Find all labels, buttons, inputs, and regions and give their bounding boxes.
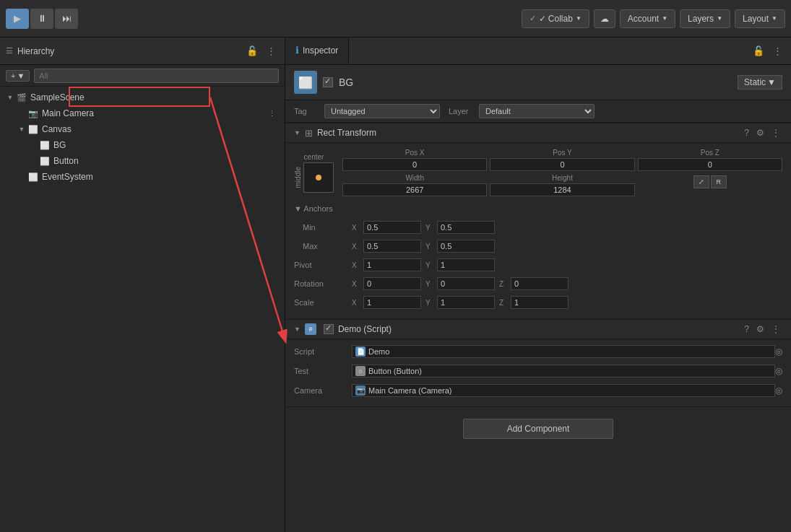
samplescene-label: SampleScene xyxy=(30,92,85,103)
hierarchy-content: ▼ 🎬 SampleScene 📷 Main Camera ⋮ ▼ ⬜ Canv… xyxy=(0,87,285,532)
hierarchy-menu-icon: ☰ xyxy=(6,46,13,56)
rotation-label: Rotation xyxy=(294,279,352,288)
scale-x-input[interactable] xyxy=(363,296,421,309)
rt-expand-button[interactable]: ⤢ xyxy=(693,175,709,188)
min-y-axis: Y xyxy=(425,224,436,232)
camera-target-button[interactable]: ◎ xyxy=(775,385,782,396)
min-y-input[interactable] xyxy=(437,221,495,234)
hierarchy-item-eventsystem[interactable]: ⬜ EventSystem xyxy=(12,169,285,185)
scale-z-input[interactable] xyxy=(511,296,569,309)
toolbar-right: ✓ ✓ Collab ▼ ☁ Account ▼ Layers ▼ Layout… xyxy=(522,9,785,28)
demo-script-help-button[interactable]: ? xyxy=(742,324,751,334)
script-field-row: Script 📄 Demo ◎ xyxy=(294,344,782,359)
min-x-input[interactable] xyxy=(363,221,421,234)
max-y-input[interactable] xyxy=(437,240,495,253)
test-value-text: Button (Button) xyxy=(368,367,422,375)
rotation-z-group: Z xyxy=(499,277,569,290)
scale-label: Scale xyxy=(294,298,352,307)
demo-script-settings-button[interactable]: ⚙ xyxy=(754,324,766,334)
min-values: X Y xyxy=(352,221,782,234)
pos-y-input[interactable] xyxy=(490,158,634,171)
pos-z-col: Pos Z xyxy=(638,149,782,171)
pivot-y-axis: Y xyxy=(425,261,436,269)
rotation-x-input[interactable] xyxy=(363,277,421,290)
static-button[interactable]: Static ▼ xyxy=(738,75,782,90)
hierarchy-item-canvas[interactable]: ▼ ⬜ Canvas xyxy=(12,121,285,137)
play-button[interactable]: ▶ xyxy=(6,9,29,29)
scale-x-group: X xyxy=(352,296,421,309)
pause-button[interactable]: ⏸ xyxy=(30,9,53,29)
maincamera-icon: 📷 xyxy=(27,108,39,119)
pos-x-input[interactable] xyxy=(342,158,487,171)
width-label: Width xyxy=(405,174,424,182)
test-icon: ○ xyxy=(355,366,366,376)
rect-transform-more-button[interactable]: ⋮ xyxy=(769,128,782,138)
demo-script-more-button[interactable]: ⋮ xyxy=(769,324,782,334)
inspector-more-button[interactable]: ⋮ xyxy=(770,44,785,58)
demo-script-actions: ? ⚙ ⋮ xyxy=(742,324,782,334)
demo-script-arrow-icon[interactable]: ▼ xyxy=(294,326,301,333)
object-active-checkbox[interactable] xyxy=(323,77,333,87)
pivot-y-input[interactable] xyxy=(437,258,495,271)
playback-controls: ▶ ⏸ ⏭ xyxy=(6,9,78,29)
width-input[interactable] xyxy=(342,183,487,196)
scale-z-group: Z xyxy=(499,296,569,309)
max-row: Max X Y xyxy=(294,238,782,254)
maincamera-options-button[interactable]: ⋮ xyxy=(265,108,279,120)
min-x-axis: X xyxy=(352,224,362,232)
pos-z-label: Pos Z xyxy=(701,149,719,157)
rotation-x-group: X xyxy=(352,277,421,290)
rect-transform-settings-button[interactable]: ⚙ xyxy=(754,128,766,138)
pos-z-input[interactable] xyxy=(638,158,782,171)
rotation-z-input[interactable] xyxy=(511,277,569,290)
hierarchy-item-samplescene[interactable]: ▼ 🎬 SampleScene xyxy=(0,90,285,105)
rt-r-button[interactable]: R xyxy=(711,175,727,188)
static-label: Static xyxy=(744,77,766,87)
max-x-input[interactable] xyxy=(363,240,421,253)
tag-select[interactable]: Untagged xyxy=(324,104,440,118)
anchors-section: ▼ Anchors Min X Y xyxy=(294,201,782,310)
inspector-lock-button[interactable]: 🔓 xyxy=(750,44,767,58)
account-button[interactable]: Account ▼ xyxy=(620,9,675,28)
demo-script-active-checkbox[interactable] xyxy=(324,324,334,334)
inspector-tab-label: Inspector xyxy=(303,45,338,56)
test-target-button[interactable]: ◎ xyxy=(775,366,782,376)
step-button[interactable]: ⏭ xyxy=(55,9,78,29)
hierarchy-lock-button[interactable]: 🔓 xyxy=(243,44,261,58)
rect-transform-arrow-icon[interactable]: ▼ xyxy=(294,129,301,136)
hierarchy-add-button[interactable]: + ▼ xyxy=(6,70,30,82)
hierarchy-title: Hierarchy xyxy=(17,46,54,56)
static-chevron-icon: ▼ xyxy=(767,77,776,87)
object-icon: ⬜ xyxy=(294,71,317,94)
hierarchy-item-button[interactable]: ⬜ Button xyxy=(23,153,285,169)
inspector-tab[interactable]: ℹ Inspector xyxy=(285,38,349,64)
rt-visual-row: center middle xyxy=(294,149,782,196)
script-target-button[interactable]: ◎ xyxy=(775,346,782,357)
cloud-button[interactable]: ☁ xyxy=(594,9,615,28)
layer-select[interactable]: Default xyxy=(479,104,595,118)
object-header: ⬜ BG Static ▼ xyxy=(285,65,791,100)
anchor-box[interactable] xyxy=(303,162,334,193)
hierarchy-search-input[interactable] xyxy=(34,69,279,83)
layout-button[interactable]: Layout ▼ xyxy=(735,9,785,28)
layers-button[interactable]: Layers ▼ xyxy=(680,9,730,28)
hierarchy-more-button[interactable]: ⋮ xyxy=(264,44,279,58)
add-component-button[interactable]: Add Component xyxy=(463,419,614,439)
rect-transform-actions: ? ⚙ ⋮ xyxy=(742,128,782,138)
height-input[interactable] xyxy=(490,183,634,196)
scale-y-input[interactable] xyxy=(437,296,495,309)
hierarchy-toolbar: + ▼ xyxy=(0,65,285,87)
hierarchy-item-bg[interactable]: ⬜ BG xyxy=(23,137,285,153)
inspector-content: ⬜ BG Static ▼ Tag Untagged Layer xyxy=(285,65,791,532)
hierarchy-item-maincamera[interactable]: 📷 Main Camera ⋮ xyxy=(12,105,285,121)
pos-y-col: Pos Y xyxy=(490,149,634,171)
rotation-y-input[interactable] xyxy=(437,277,495,290)
collab-button[interactable]: ✓ ✓ Collab ▼ xyxy=(522,9,589,28)
script-label: Script xyxy=(294,347,352,356)
rect-transform-help-button[interactable]: ? xyxy=(742,128,751,138)
rect-transform-content: center middle xyxy=(285,143,791,319)
pivot-x-input[interactable] xyxy=(363,258,421,271)
anchors-label: ▼ Anchors xyxy=(294,204,352,213)
rotation-values: X Y Z xyxy=(352,277,782,290)
height-col-empty: ⤢ R xyxy=(638,174,782,196)
